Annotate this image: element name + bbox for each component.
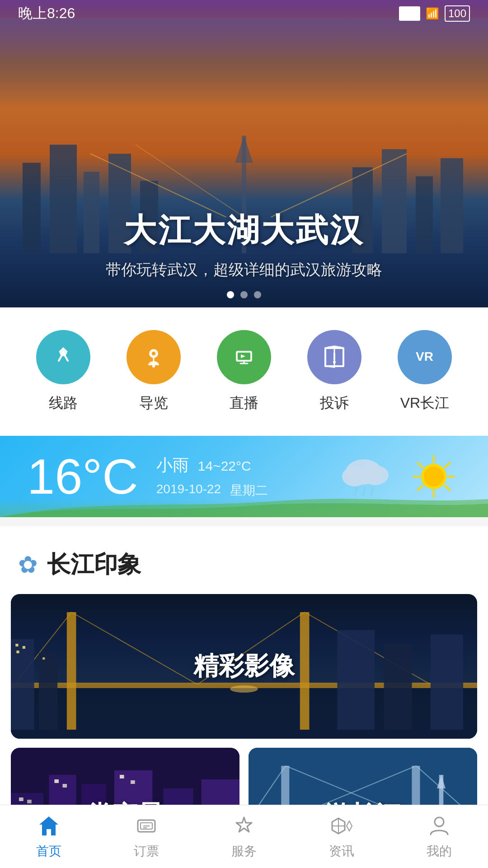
svg-line-32 xyxy=(355,487,357,495)
ticket-icon xyxy=(134,814,159,838)
svg-marker-10 xyxy=(235,136,253,163)
section1-header: ✿ 长江印象 xyxy=(0,526,488,594)
vr-label: VR长江 xyxy=(400,393,449,413)
nav-profile-label: 我的 xyxy=(427,843,452,860)
weather-info: 小雨 14~22°C 2019-10-22 星期二 xyxy=(156,454,268,499)
svg-line-42 xyxy=(445,486,450,490)
hero-subtitle: 带你玩转武汉，超级详细的武汉旅游攻略 xyxy=(0,259,488,280)
weather-temp: 16°C xyxy=(27,452,138,501)
nav-ticket-label: 订票 xyxy=(134,843,159,860)
hero-dot-2[interactable] xyxy=(240,291,248,298)
status-bar: 晚上8:26 HD 📶 100 xyxy=(0,0,488,27)
route-label: 线路 xyxy=(49,393,78,413)
route-icon-bg xyxy=(36,330,90,384)
nav-home[interactable]: 首页 xyxy=(0,814,98,860)
action-live[interactable]: 直播 xyxy=(217,330,271,413)
complaint-label: 投诉 xyxy=(320,393,349,413)
quick-actions: 线路 导览 直播 xyxy=(0,307,488,436)
hero-dot-1[interactable] xyxy=(227,291,234,298)
nav-ticket[interactable]: 订票 xyxy=(98,814,195,860)
action-guide[interactable]: 导览 xyxy=(127,330,181,413)
home-icon xyxy=(37,814,61,838)
nav-service[interactable]: 服务 xyxy=(195,814,293,860)
sun-icon xyxy=(407,452,461,501)
svg-point-20 xyxy=(152,365,155,368)
svg-marker-104 xyxy=(347,821,352,831)
nav-profile[interactable]: 我的 xyxy=(390,814,488,860)
section1-title: 长江印象 xyxy=(47,549,141,580)
signal-icon: 📶 xyxy=(426,7,439,20)
live-icon-bg xyxy=(217,330,271,384)
guide-icon-bg xyxy=(127,330,181,384)
card-jingcai[interactable]: 精彩影像 xyxy=(11,594,477,739)
hero-banner[interactable]: 大江大湖大武汉 带你玩转武汉，超级详细的武汉旅游攻略 xyxy=(0,0,488,307)
profile-icon xyxy=(427,814,451,838)
nav-service-label: 服务 xyxy=(231,843,257,860)
svg-marker-95 xyxy=(39,816,58,835)
svg-line-43 xyxy=(445,463,450,467)
svg-point-36 xyxy=(424,467,444,486)
vr-icon-bg: VR xyxy=(398,330,452,384)
svg-text:VR: VR xyxy=(416,349,433,363)
hd-badge: HD xyxy=(399,6,420,21)
service-icon xyxy=(232,814,256,838)
complaint-icon-bg xyxy=(307,330,361,384)
action-complaint[interactable]: 投诉 xyxy=(307,330,361,413)
nav-news-label: 资讯 xyxy=(329,843,354,860)
weather-weekday: 星期二 xyxy=(230,482,268,499)
bottom-nav: 首页 订票 服务 资讯 我的 xyxy=(0,805,488,868)
action-route[interactable]: 线路 xyxy=(36,330,90,413)
guide-icon xyxy=(140,344,167,371)
guide-label: 导览 xyxy=(139,393,168,413)
svg-line-34 xyxy=(371,487,373,495)
vr-icon: VR xyxy=(411,344,438,371)
hero-dot-3[interactable] xyxy=(254,291,261,298)
route-icon xyxy=(50,344,77,371)
svg-point-105 xyxy=(435,817,444,826)
weather-desc: 小雨 xyxy=(156,454,189,476)
hero-title: 大江大湖大武汉 xyxy=(0,209,488,252)
news-icon xyxy=(329,814,354,838)
gap-1 xyxy=(0,517,488,526)
nav-home-label: 首页 xyxy=(36,843,61,860)
hero-content: 大江大湖大武汉 带你玩转武汉，超级详细的武汉旅游攻略 xyxy=(0,209,488,280)
weather-icons xyxy=(339,452,461,501)
live-label: 直播 xyxy=(230,393,258,413)
svg-point-27 xyxy=(333,361,336,363)
live-icon xyxy=(230,344,258,371)
svg-point-31 xyxy=(361,465,389,485)
svg-line-44 xyxy=(418,486,422,490)
weather-bar: 16°C 小雨 14~22°C 2019-10-22 星期二 xyxy=(0,436,488,517)
complaint-icon xyxy=(321,344,348,371)
svg-line-41 xyxy=(418,463,422,467)
status-time: 晚上8:26 xyxy=(18,4,75,24)
weather-range: 14~22°C xyxy=(198,458,251,474)
section1-icon: ✿ xyxy=(18,551,38,578)
action-vr[interactable]: VR VR长江 xyxy=(398,330,452,413)
status-icons: HD 📶 100 xyxy=(399,5,470,22)
weather-date: 2019-10-22 xyxy=(156,482,221,499)
rain-cloud-icon xyxy=(339,452,398,501)
hero-dots xyxy=(0,291,488,298)
svg-marker-100 xyxy=(236,817,252,832)
nav-news[interactable]: 资讯 xyxy=(293,814,390,860)
battery-indicator: 100 xyxy=(445,5,470,22)
card-jingcai-label: 精彩影像 xyxy=(11,594,477,739)
svg-point-19 xyxy=(152,352,155,355)
